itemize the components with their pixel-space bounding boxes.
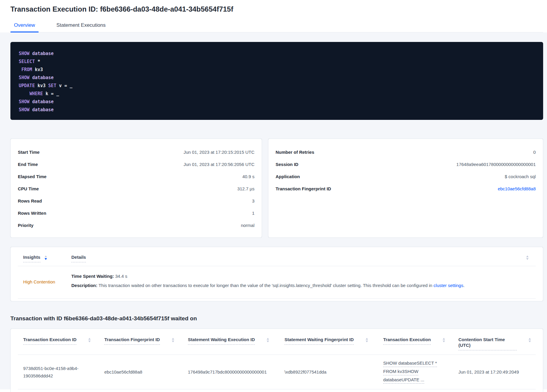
sort-icon[interactable] bbox=[88, 338, 91, 342]
meta-label: Application bbox=[276, 174, 300, 179]
waited-on-heading: Transaction with ID f6be6366-da03-48de-a… bbox=[10, 315, 543, 322]
meta-label: Transaction Fingerprint ID bbox=[276, 186, 331, 191]
stat-row-end-time: End Time Jun 01, 2023 at 17:20:56:2056 U… bbox=[18, 158, 254, 170]
stat-value: 312.7 µs bbox=[237, 186, 254, 191]
meta-value: 17648a9eea6017800000000000000001 bbox=[456, 162, 536, 167]
sort-icon[interactable] bbox=[443, 338, 445, 342]
insight-description: Description: This transaction waited on … bbox=[71, 282, 529, 289]
page-header: Transaction Execution ID: f6be6366-da03-… bbox=[0, 0, 547, 32]
insights-table: Insights Details High Contention Time Sp… bbox=[10, 247, 543, 301]
transaction-execution-link[interactable]: SHOW databaseSELECT * FROM kv3SHOW datab… bbox=[383, 360, 458, 384]
meta-row-retries: Number of Retries 0 bbox=[276, 146, 536, 158]
stat-row-elapsed-time: Elapsed Time 40.9 s bbox=[18, 170, 254, 183]
meta-value: $ cockroach sql bbox=[505, 174, 536, 179]
tab-statement-executions[interactable]: Statement Executions bbox=[53, 21, 109, 32]
sort-icon[interactable] bbox=[529, 338, 531, 342]
page-body: SHOW databaseSELECT * FROM kv3SHOW datab… bbox=[0, 32, 547, 389]
insights-column-header[interactable]: Insights bbox=[23, 254, 71, 262]
sort-icon[interactable] bbox=[366, 338, 368, 342]
sort-desc-icon[interactable] bbox=[45, 255, 47, 260]
summary-cards-row: Start Time Jun 01, 2023 at 17:20:15:2015… bbox=[10, 139, 543, 238]
sql-statements-box: SHOW databaseSELECT * FROM kv3SHOW datab… bbox=[10, 42, 543, 120]
stat-value: 1 bbox=[252, 211, 254, 216]
meta-row-application: Application $ cockroach sql bbox=[276, 170, 536, 183]
meta-value: 0 bbox=[533, 150, 536, 155]
sort-icon[interactable] bbox=[526, 255, 529, 260]
meta-label: Session ID bbox=[276, 162, 298, 167]
sql-line: SHOW database bbox=[19, 74, 535, 82]
transaction-meta-card: Number of Retries 0 Session ID 17648a9ee… bbox=[268, 139, 543, 238]
cluster-settings-link[interactable]: cluster settings bbox=[433, 283, 463, 288]
cell-contention-start-time: Jun 01, 2023 at 17:20:49:2049 bbox=[458, 368, 536, 376]
stat-label: Start Time bbox=[18, 150, 40, 155]
stat-value: Jun 01, 2023 at 17:20:15:2015 UTC bbox=[183, 150, 254, 155]
sql-line: UPDATE kv3 SET v = _ bbox=[19, 82, 535, 90]
transaction-fingerprint-link[interactable]: ebc10ae56cfd88a8 bbox=[498, 186, 536, 191]
col-transaction-execution-id[interactable]: Transaction Execution ID bbox=[23, 337, 104, 350]
time-spent-waiting: Time Spent Waiting: 34.4 s bbox=[71, 272, 529, 280]
stat-label: CPU Time bbox=[18, 186, 39, 191]
sort-icon[interactable] bbox=[172, 338, 174, 342]
transaction-stats-card: Start Time Jun 01, 2023 at 17:20:15:2015… bbox=[10, 139, 262, 238]
col-transaction-execution[interactable]: Transaction Execution bbox=[383, 337, 458, 350]
insight-details: Time Spent Waiting: 34.4 s Description: … bbox=[71, 272, 529, 291]
insights-header-label: Insights bbox=[23, 254, 40, 262]
cell-statement-waiting-fingerprint-id: \xdb8922f077541dda bbox=[284, 368, 383, 376]
stat-row-rows-written: Rows Written 1 bbox=[18, 207, 254, 219]
stat-row-start-time: Start Time Jun 01, 2023 at 17:20:15:2015… bbox=[18, 146, 254, 158]
stat-row-rows-read: Rows Read 3 bbox=[18, 195, 254, 207]
meta-row-session-id: Session ID 17648a9eea6017800000000000000… bbox=[276, 158, 536, 170]
col-transaction-fingerprint-id[interactable]: Transaction Fingerprint ID bbox=[104, 337, 188, 350]
sql-line: SHOW database bbox=[19, 98, 535, 106]
sql-line: SHOW database bbox=[19, 50, 535, 58]
details-header-label: Details bbox=[71, 254, 86, 262]
col-statement-waiting-execution-id[interactable]: Statement Waiting Execution ID bbox=[188, 337, 284, 350]
tab-bar: Overview Statement Executions bbox=[10, 21, 543, 32]
waited-on-table: Transaction Execution ID Transaction Fin… bbox=[10, 329, 543, 392]
stat-label: End Time bbox=[18, 162, 38, 167]
meta-label: Number of Retries bbox=[276, 150, 314, 155]
cell-statement-waiting-execution-id: 176498a9c717bdc80000000000000001 bbox=[188, 368, 284, 376]
stat-value: normal bbox=[241, 223, 254, 228]
stat-label: Elapsed Time bbox=[18, 174, 46, 179]
waited-on-table-header: Transaction Execution ID Transaction Fin… bbox=[18, 329, 536, 355]
meta-row-fingerprint-id: Transaction Fingerprint ID ebc10ae56cfd8… bbox=[276, 183, 536, 195]
tab-overview[interactable]: Overview bbox=[10, 21, 39, 32]
stat-value: Jun 01, 2023 at 17:20:56:2056 UTC bbox=[183, 162, 254, 167]
page-title: Transaction Execution ID: f6be6366-da03-… bbox=[10, 0, 543, 13]
sort-icon[interactable] bbox=[267, 338, 269, 342]
cell-transaction-fingerprint-id: ebc10ae56cfd88a8 bbox=[104, 368, 188, 376]
cell-transaction-execution-id: 9738d051-bc0e-4158-a9b4-1903586ddd42 bbox=[23, 365, 104, 380]
stat-row-cpu-time: CPU Time 312.7 µs bbox=[18, 183, 254, 195]
sql-line: SELECT * bbox=[19, 58, 535, 66]
col-contention-start-time[interactable]: Contention Start Time (UTC) bbox=[458, 337, 536, 350]
stat-label: Rows Read bbox=[18, 198, 42, 203]
stat-label: Priority bbox=[18, 223, 34, 228]
insight-type-badge: High Contention bbox=[23, 279, 71, 284]
stat-value: 40.9 s bbox=[242, 174, 254, 179]
col-statement-waiting-fingerprint-id[interactable]: Statement Waiting Fingerprint ID bbox=[284, 337, 383, 350]
insights-table-header: Insights Details bbox=[18, 247, 536, 266]
details-column-header: Details bbox=[71, 254, 529, 262]
stat-row-priority: Priority normal bbox=[18, 219, 254, 231]
insight-row: High Contention Time Spent Waiting: 34.4… bbox=[18, 266, 536, 299]
waited-on-row: 9738d051-bc0e-4158-a9b4-1903586ddd42 ebc… bbox=[18, 355, 536, 389]
sql-line: FROM kv3 bbox=[19, 66, 535, 74]
stat-label: Rows Written bbox=[18, 211, 46, 216]
stat-value: 3 bbox=[252, 198, 254, 203]
sql-line: WHERE k = _ bbox=[19, 90, 535, 98]
sql-line: SHOW database bbox=[19, 106, 535, 114]
